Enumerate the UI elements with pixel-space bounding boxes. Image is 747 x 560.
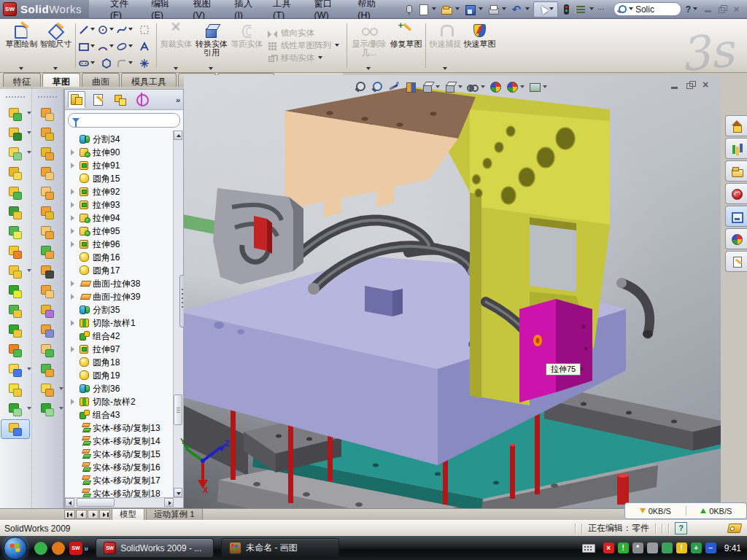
taskpane-solidworks-resources-tab[interactable] bbox=[725, 183, 747, 204]
help-button[interactable]: ? bbox=[686, 4, 691, 15]
taskbar-clock[interactable]: 9:41 bbox=[724, 543, 741, 553]
tree-item-extrude92[interactable]: 拉伸92 bbox=[69, 185, 183, 198]
view-settings-icon[interactable] bbox=[527, 79, 548, 94]
arc-tool[interactable] bbox=[97, 38, 116, 55]
move-copy-body-icon[interactable] bbox=[1, 341, 30, 360]
print-icon[interactable] bbox=[487, 3, 500, 16]
dropdown-arrow-icon[interactable] bbox=[458, 85, 462, 88]
toolbar-overflow-icon[interactable]: ⋯ bbox=[597, 3, 611, 16]
tree-item-movecopy13[interactable]: 实体-移动/复制13 bbox=[69, 421, 183, 435]
tree-item-movecopy14[interactable]: 实体-移动/复制14 bbox=[69, 435, 183, 448]
tree-item-extrude94[interactable]: 拉伸94 bbox=[69, 211, 183, 225]
tree-item-fillet15[interactable]: 圆角15 bbox=[69, 172, 183, 185]
graphics-viewport[interactable]: × 拉伸75 X Y Z bbox=[184, 75, 721, 508]
extruded-boss-icon[interactable] bbox=[1, 104, 30, 124]
slide-unit[interactable] bbox=[184, 188, 303, 284]
tray-network-warning-icon[interactable]: ! bbox=[676, 542, 687, 553]
select-cursor-icon[interactable] bbox=[535, 3, 549, 16]
move-entities-button[interactable]: 移动实体 bbox=[267, 52, 341, 63]
options-icon[interactable] bbox=[574, 3, 587, 16]
tree-item-split36[interactable]: 分割36 bbox=[69, 382, 183, 395]
doc-close-button[interactable]: × bbox=[703, 81, 712, 89]
replace-face-icon[interactable] bbox=[33, 281, 62, 301]
save-dropdown-icon[interactable] bbox=[479, 7, 483, 10]
expand-arrow-icon[interactable] bbox=[71, 163, 74, 168]
tree-item-loftcut2[interactable]: 切除-放样2 bbox=[69, 395, 183, 408]
circle-tool[interactable] bbox=[97, 21, 116, 38]
spline-tool[interactable] bbox=[116, 21, 135, 38]
extruded-cut-icon[interactable] bbox=[1, 124, 30, 144]
line-tool[interactable] bbox=[78, 21, 97, 38]
expand-arrow-icon[interactable] bbox=[71, 149, 74, 155]
tree-item-combine42[interactable]: 组合42 bbox=[69, 330, 183, 343]
select-dropdown-icon[interactable] bbox=[549, 7, 554, 10]
close-button[interactable]: × bbox=[732, 5, 741, 13]
split-icon[interactable] bbox=[1, 281, 30, 301]
tray-update-icon[interactable]: * bbox=[632, 542, 643, 553]
tab-mold-tools[interactable]: 模具工具 bbox=[121, 73, 177, 87]
ellipse-tool[interactable] bbox=[116, 38, 135, 55]
smart-dimension-dropdown-icon[interactable] bbox=[53, 67, 58, 70]
quicklaunch-solidworks-icon[interactable]: SW bbox=[69, 542, 82, 555]
dropdown-arrow-icon[interactable] bbox=[520, 85, 525, 88]
taskpane-design-library-tab[interactable] bbox=[725, 138, 747, 159]
shell-icon[interactable] bbox=[1, 222, 30, 242]
scroll-right-button[interactable] bbox=[164, 498, 174, 507]
trimmed-surface-icon[interactable] bbox=[33, 144, 62, 163]
dropdown-arrow-icon[interactable] bbox=[27, 112, 31, 114]
lofted-surface-icon[interactable] bbox=[33, 163, 62, 183]
plane-icon[interactable] bbox=[1, 380, 30, 400]
search-dropdown-icon[interactable] bbox=[629, 7, 633, 10]
quick-snaps-button[interactable]: 快速捕捉 bbox=[428, 19, 462, 72]
tree-item-split35[interactable]: 分割35 bbox=[69, 303, 183, 316]
linear-pattern-icon[interactable] bbox=[1, 262, 30, 281]
dropdown-arrow-icon[interactable] bbox=[27, 131, 31, 134]
tree-item-extrude90[interactable]: 拉伸90 bbox=[69, 146, 183, 159]
filled-surface-icon[interactable] bbox=[33, 341, 62, 360]
pin-icon[interactable] bbox=[402, 3, 415, 16]
exploded-mold-assembly[interactable] bbox=[184, 75, 721, 508]
input-keyboard-icon[interactable] bbox=[582, 544, 595, 553]
helix-curve-icon[interactable] bbox=[33, 400, 62, 419]
expand-arrow-icon[interactable] bbox=[71, 399, 74, 405]
tree-item-movecopy16[interactable]: 实体-移动/复制16 bbox=[69, 461, 183, 474]
open-dropdown-icon[interactable] bbox=[455, 7, 460, 10]
convert-entities-button[interactable]: 转换实体引用 bbox=[193, 19, 230, 72]
tree-item-extrude93[interactable]: 拉伸93 bbox=[69, 198, 183, 211]
wrap-icon[interactable] bbox=[1, 242, 30, 262]
options-dropdown-icon[interactable] bbox=[589, 7, 594, 10]
undo-icon[interactable]: ↶ bbox=[510, 3, 523, 16]
rebuild-icon[interactable] bbox=[560, 3, 573, 16]
smart-dimension-button[interactable]: 智能尺寸 bbox=[39, 19, 73, 72]
knit-surface-icon[interactable] bbox=[33, 321, 62, 341]
delete-face-icon[interactable] bbox=[33, 262, 62, 281]
polygon-tool[interactable] bbox=[97, 55, 116, 71]
panel-overflow-icon[interactable]: » bbox=[176, 96, 180, 104]
dropdown-arrow-icon[interactable] bbox=[27, 368, 31, 370]
dropdown-arrow-icon[interactable] bbox=[59, 407, 63, 410]
section-view-icon[interactable] bbox=[403, 79, 418, 94]
expand-arrow-icon[interactable] bbox=[71, 346, 74, 352]
revolved-boss-icon[interactable] bbox=[1, 203, 30, 222]
top-clamp-plate[interactable] bbox=[285, 88, 476, 217]
doc-tab-motion-study-1[interactable]: 运动算例 1 bbox=[146, 508, 203, 520]
magnified-selection-icon[interactable] bbox=[387, 79, 401, 94]
feature-manager-tab-icon[interactable] bbox=[68, 91, 85, 108]
tree-item-movecopy17[interactable]: 实体-移动/复制17 bbox=[69, 474, 183, 487]
tray-shield-power-icon[interactable]: ! bbox=[618, 542, 629, 553]
tray-sync-blocked-icon[interactable]: − bbox=[705, 542, 716, 553]
slide-insert[interactable] bbox=[254, 216, 267, 251]
scroll-left-button[interactable] bbox=[65, 498, 74, 507]
configuration-manager-tab-icon[interactable] bbox=[112, 91, 129, 108]
tree-item-surface-extrude38[interactable]: 曲面-拉伸38 bbox=[69, 277, 183, 290]
tray-antivirus-icon[interactable]: + bbox=[691, 542, 702, 553]
red-bolt[interactable] bbox=[617, 473, 629, 505]
tree-item-fillet18[interactable]: 圆角18 bbox=[69, 356, 183, 369]
last-tab-button[interactable] bbox=[99, 510, 110, 519]
help-dropdown-icon[interactable] bbox=[693, 7, 697, 10]
taskpane-view-palette-tab[interactable] bbox=[725, 206, 747, 227]
first-tab-button[interactable] bbox=[64, 510, 75, 519]
zoom-fit-icon[interactable] bbox=[353, 79, 368, 94]
tray-volume-icon[interactable] bbox=[647, 542, 658, 553]
point-icon[interactable] bbox=[33, 380, 62, 400]
